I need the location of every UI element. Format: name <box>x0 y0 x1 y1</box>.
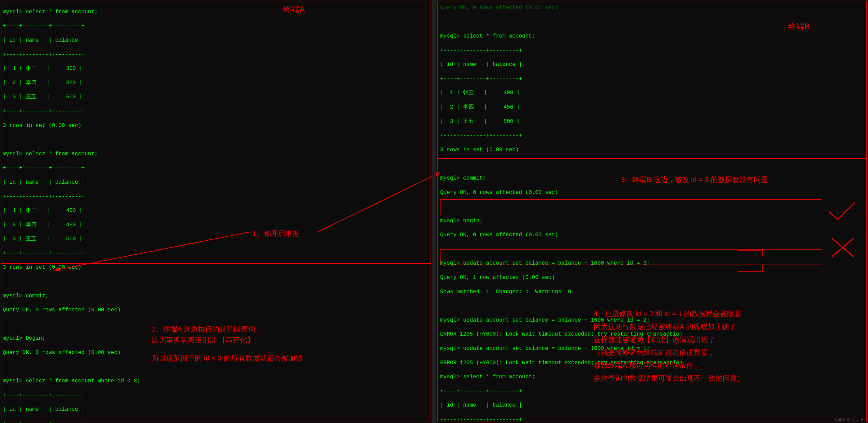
terminal-line: | 1 | 张三 | 300 | <box>3 65 431 72</box>
terminal-line: +----+--------+---------+ <box>3 51 431 58</box>
terminal-line: | 2 | 李四 | 350 | <box>3 80 431 87</box>
terminal-line <box>440 160 865 168</box>
terminal-line: | 3 | 王五 | 500 | <box>440 118 865 125</box>
terminal-line: +----+--------+---------+ <box>440 75 865 83</box>
terminal-line: | 3 | 王五 | 500 | <box>3 94 431 101</box>
terminal-line: +----+--------+---------+ <box>3 250 431 257</box>
terminal-line: Query OK, 0 rows affected (0.00 sec) <box>3 307 431 314</box>
terminal-line <box>440 246 865 253</box>
terminal-line: mysql> commit; <box>3 293 431 300</box>
terminal-line: 3 rows in set (0.00 sec) <box>3 264 431 271</box>
terminal-line: +----+--------+---------+ <box>3 392 431 399</box>
terminal-line: +----+--------+---------+ <box>440 388 865 395</box>
terminal-b-title: 终端B <box>788 20 810 33</box>
terminal-line: Query OK, 0 rows affected (0.00 sec) <box>440 4 865 12</box>
terminal-a-title: 终端A <box>283 3 305 16</box>
terminal-line: | 1 | 张三 | 400 | <box>3 207 431 214</box>
terminal-line: | id | name | balance | <box>3 179 431 186</box>
terminal-line: +----+--------+---------+ <box>3 193 431 200</box>
terminal-line: +----+--------+---------+ <box>3 108 431 115</box>
terminal-line: +----+--------+---------+ <box>3 420 431 423</box>
terminal-line: | 1 | 张三 | 400 | <box>440 89 865 97</box>
annotation-1: 1、都开启事务 <box>252 228 300 239</box>
terminal-line: Rows matched: 1 Changed: 1 Warnings: 0 <box>440 288 865 296</box>
terminal-line: mysql> select * from account; <box>440 33 865 40</box>
terminal-line: +----+--------+---------+ <box>3 23 431 30</box>
terminal-line: 3 rows in set (0.00 sec) <box>440 146 865 154</box>
pane-divider[interactable] <box>432 0 436 423</box>
terminal-line: Query OK, 1 row affected (0.00 sec) <box>440 274 865 281</box>
terminal-line: mysql> begin; <box>440 217 865 225</box>
terminal-line: | 2 | 李四 | 450 | <box>3 222 431 229</box>
terminal-line: 3 rows in set (0.00 sec) <box>3 122 431 129</box>
terminal-line: | 2 | 李四 | 450 | <box>440 104 865 111</box>
terminal-line: | id | name | balance | <box>440 402 865 409</box>
terminal-line: +----+--------+---------+ <box>440 132 865 139</box>
terminal-line <box>3 278 431 285</box>
terminal-line: | id | name | balance | <box>440 61 865 68</box>
terminal-line: | id | name | balance | <box>3 37 431 44</box>
terminal-line: Query OK, 0 rows affected (0.00 sec) <box>440 231 865 239</box>
annotation-2: 2、终端A 这边执行的是范围查询， 因为事务隔离级别是 【串行化】， 所以该范围… <box>152 324 303 364</box>
terminal-line: | id | name | balance | <box>3 406 431 413</box>
annotation-3: 3、终端B 这边，修改 id = 3 的数据就没有问题 <box>621 174 768 185</box>
terminal-line <box>3 364 431 371</box>
terminal-line: mysql> select * from account; <box>3 9 431 16</box>
terminal-line <box>440 203 865 210</box>
terminal-line <box>3 136 431 143</box>
terminal-line: +----+--------+---------+ <box>440 416 865 423</box>
terminal-line: mysql> select * from account; <box>3 151 431 158</box>
terminal-line: mysql> update account set balance = bala… <box>440 260 865 267</box>
terminal-line: mysql> select * from account where id < … <box>3 378 431 385</box>
terminal-line: +----+--------+---------+ <box>440 47 865 54</box>
annotation-4: 4、但是修改 id = 2 和 id = 1 的数据就会被阻塞 因为这两行数据已… <box>594 307 744 385</box>
terminal-line: | 3 | 王五 | 500 | <box>3 236 431 243</box>
terminal-line: +----+--------+---------+ <box>3 165 431 172</box>
watermark: CSDN @_L_J_H_ <box>835 417 865 422</box>
terminal-line: Query OK, 0 rows affected (0.00 sec) <box>440 189 865 196</box>
